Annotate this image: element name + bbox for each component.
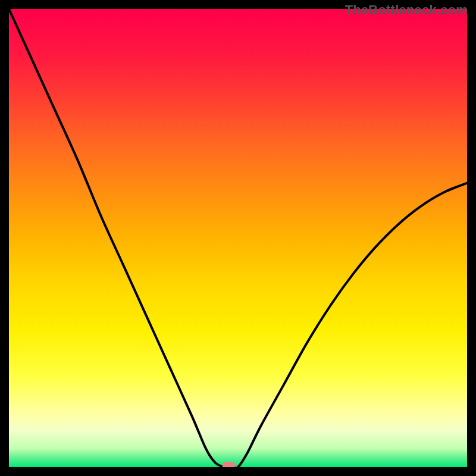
chart-svg bbox=[9, 9, 467, 467]
gradient-background bbox=[9, 9, 467, 467]
watermark-label: TheBottleneck.com bbox=[345, 2, 468, 18]
optimal-marker bbox=[223, 462, 236, 467]
plot-area bbox=[9, 9, 467, 467]
chart-frame: TheBottleneck.com bbox=[0, 0, 476, 476]
